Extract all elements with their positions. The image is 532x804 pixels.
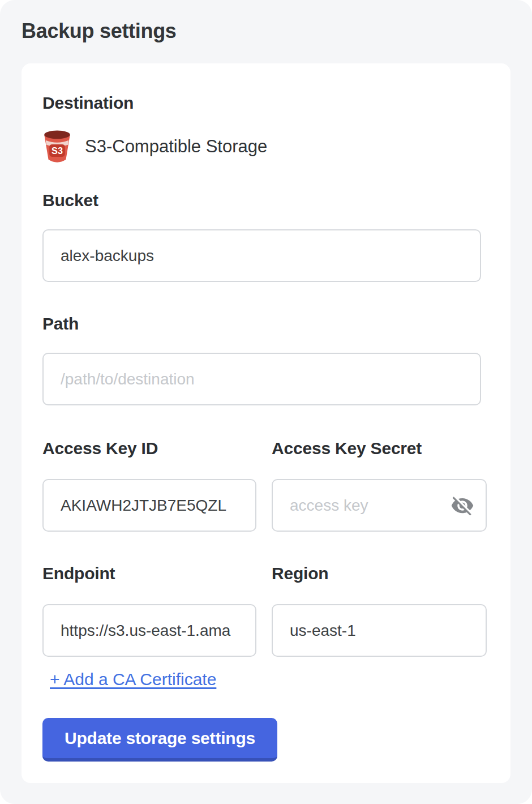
access-key-id-label: Access Key ID: [42, 438, 256, 459]
update-storage-settings-button[interactable]: Update storage settings: [42, 718, 277, 762]
page-title: Backup settings: [0, 0, 532, 44]
backup-settings-card: Destination S3 S3-Compatible Storage Buc…: [22, 63, 510, 783]
access-key-fields: Access Key ID Access Key Secret: [42, 438, 488, 532]
bucket-label: Bucket: [42, 190, 510, 211]
s3-bucket-icon: S3: [42, 129, 72, 164]
s3-icon-badge-text: S3: [52, 146, 63, 156]
eye-slash-icon[interactable]: [449, 493, 475, 519]
bucket-input[interactable]: [42, 229, 481, 282]
region-input[interactable]: [272, 604, 487, 657]
backup-settings-page: Backup settings Destination S3 S3-Compat…: [0, 0, 532, 804]
access-key-id-input[interactable]: [42, 479, 256, 532]
destination-label: Destination: [42, 93, 510, 113]
path-label: Path: [42, 314, 510, 334]
path-input[interactable]: [42, 353, 481, 405]
endpoint-label: Endpoint: [42, 563, 256, 584]
access-key-secret-field: [272, 479, 487, 532]
endpoint-region-fields: Endpoint Region: [42, 563, 488, 657]
access-key-secret-label: Access Key Secret: [272, 438, 487, 459]
add-ca-certificate-link[interactable]: + Add a CA Certificate: [50, 669, 216, 690]
endpoint-input[interactable]: [42, 604, 256, 657]
destination-value: S3-Compatible Storage: [85, 136, 267, 157]
region-label: Region: [272, 563, 487, 584]
destination-row: S3 S3-Compatible Storage: [42, 129, 510, 165]
